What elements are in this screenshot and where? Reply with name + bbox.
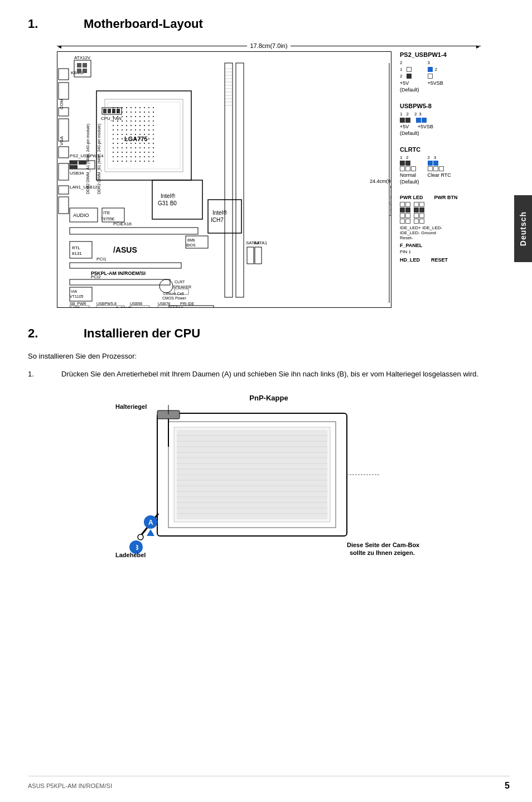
svg-point-133 xyxy=(139,152,141,153)
svg-point-74 xyxy=(144,125,145,126)
svg-point-51 xyxy=(130,116,132,117)
svg-text:8Mb: 8Mb xyxy=(187,238,195,242)
dimension-label: 17.8cm(7.0in) xyxy=(250,42,287,49)
svg-point-85 xyxy=(148,129,149,131)
diagram-row: KBMS ATX12V COM VGA xyxy=(57,51,481,310)
clrtc-clear: Clear RTC xyxy=(428,172,451,178)
svg-text:sollte zu Ihnen zeigen.: sollte zu Ihnen zeigen. xyxy=(350,549,415,556)
svg-point-40 xyxy=(126,112,127,113)
svg-point-109 xyxy=(122,143,123,144)
svg-point-129 xyxy=(122,152,123,153)
svg-point-39 xyxy=(122,112,123,113)
side-tab-label: Deutsch xyxy=(519,211,528,246)
svg-text:SATA1: SATA1 xyxy=(254,240,268,245)
ps2-usbpw-connector: PS2_USBPW1-4 2 1 2 xyxy=(400,51,481,93)
section2-content: So installieren Sie den Prozessor: 1. Dr… xyxy=(28,352,510,558)
pin-2 xyxy=(407,74,412,79)
svg-text:USBPW5-8: USBPW5-8 xyxy=(96,302,117,306)
svg-point-100 xyxy=(126,138,127,139)
clrtc-default: (Default) xyxy=(400,179,419,185)
clrtc-connector: CLRTC 1 2 xyxy=(400,146,481,185)
clrtc-pin1 xyxy=(400,161,405,166)
usbpw5-v5sb: +5VSB xyxy=(418,124,433,129)
section2-number: 2. xyxy=(28,326,61,341)
svg-text:PCI1: PCI1 xyxy=(96,257,107,262)
svg-point-88 xyxy=(117,134,118,135)
svg-point-42 xyxy=(135,112,136,113)
fpanel-title: F_PANEL xyxy=(400,243,422,248)
svg-point-138 xyxy=(117,156,118,157)
svg-point-37 xyxy=(113,112,114,113)
clrtc-pin8 xyxy=(428,166,433,171)
svg-point-59 xyxy=(122,120,123,122)
svg-rect-6 xyxy=(59,186,69,194)
svg-point-114 xyxy=(144,143,145,144)
svg-point-73 xyxy=(139,125,141,126)
ps2-pin-row1: 1 xyxy=(400,67,419,72)
svg-point-92 xyxy=(135,134,136,135)
svg-point-55 xyxy=(148,116,149,117)
svg-rect-12 xyxy=(77,69,81,73)
svg-point-236 xyxy=(159,279,173,293)
svg-text:AUDIO: AUDIO xyxy=(73,212,89,218)
svg-point-41 xyxy=(130,112,132,113)
svg-text:Ladehebel: Ladehebel xyxy=(115,552,146,558)
svg-text:LAN1_USB12: LAN1_USB12 xyxy=(70,185,98,190)
svg-text:Lithium Cell: Lithium Cell xyxy=(163,292,184,296)
usbpw5-pin2 xyxy=(405,118,410,123)
svg-point-67 xyxy=(113,125,114,126)
svg-text:CPU_FAN: CPU_FAN xyxy=(101,116,122,121)
svg-rect-10 xyxy=(77,63,81,67)
pin-1 xyxy=(407,67,412,72)
cpu-diagram-inner: PnP-Kappe xyxy=(113,391,425,558)
svg-point-47 xyxy=(113,116,114,117)
section1-title: Motherboard-Layout xyxy=(84,17,203,31)
svg-point-121 xyxy=(130,147,132,148)
svg-point-124 xyxy=(144,147,145,148)
svg-text:DDR2 DIMM_B1 (64bit, 240-pin m: DDR2 DIMM_B1 (64bit, 240-pin module) xyxy=(97,124,101,194)
svg-point-77 xyxy=(113,129,114,131)
svg-rect-158 xyxy=(70,161,78,165)
section2-header: 2. Installieren der CPU xyxy=(28,326,510,341)
svg-point-110 xyxy=(126,143,127,144)
svg-point-146 xyxy=(153,156,154,157)
svg-point-49 xyxy=(122,116,123,117)
svg-point-132 xyxy=(135,152,136,153)
svg-text:CMOS Power: CMOS Power xyxy=(162,296,186,300)
ps2-pin-row3: 2 xyxy=(428,67,443,72)
clrtc-pin6 xyxy=(428,161,433,166)
svg-point-148 xyxy=(117,161,118,162)
svg-point-142 xyxy=(135,156,136,157)
svg-point-64 xyxy=(144,120,145,122)
cpu-socket-svg: A B Diese Seite der Cam-Box sollte zu Ih… xyxy=(113,402,425,564)
svg-point-145 xyxy=(148,156,149,157)
svg-point-118 xyxy=(117,147,118,148)
ps2-pin-row4 xyxy=(428,74,443,79)
svg-point-82 xyxy=(135,129,136,131)
svg-text:VGA: VGA xyxy=(59,136,64,146)
svg-text:ITE: ITE xyxy=(103,210,110,215)
svg-point-50 xyxy=(126,116,127,117)
svg-text:BIOS: BIOS xyxy=(186,243,196,247)
svg-point-45 xyxy=(148,112,149,113)
svg-rect-11 xyxy=(83,63,87,67)
svg-point-106 xyxy=(153,138,154,139)
svg-point-86 xyxy=(153,129,154,131)
footer: ASUS P5KPL-AM IN/ROEM/SI 5 xyxy=(28,776,510,791)
svg-rect-202 xyxy=(255,247,262,264)
section1-header: 1. Motherboard-Layout xyxy=(28,17,510,31)
svg-point-140 xyxy=(126,156,127,157)
svg-point-141 xyxy=(130,156,132,157)
svg-rect-229 xyxy=(181,307,183,308)
svg-rect-167 xyxy=(225,63,233,297)
svg-point-87 xyxy=(113,134,114,135)
svg-point-97 xyxy=(113,138,114,139)
clrtc-title: CLRTC xyxy=(400,146,481,153)
svg-rect-228 xyxy=(178,307,180,308)
svg-point-30 xyxy=(126,107,127,108)
svg-rect-5 xyxy=(59,163,69,180)
svg-text:T8755E: T8755E xyxy=(101,217,115,221)
svg-text:VIA: VIA xyxy=(71,289,78,293)
svg-point-80 xyxy=(126,129,127,131)
usbpw5-default: (Default) xyxy=(400,131,481,136)
